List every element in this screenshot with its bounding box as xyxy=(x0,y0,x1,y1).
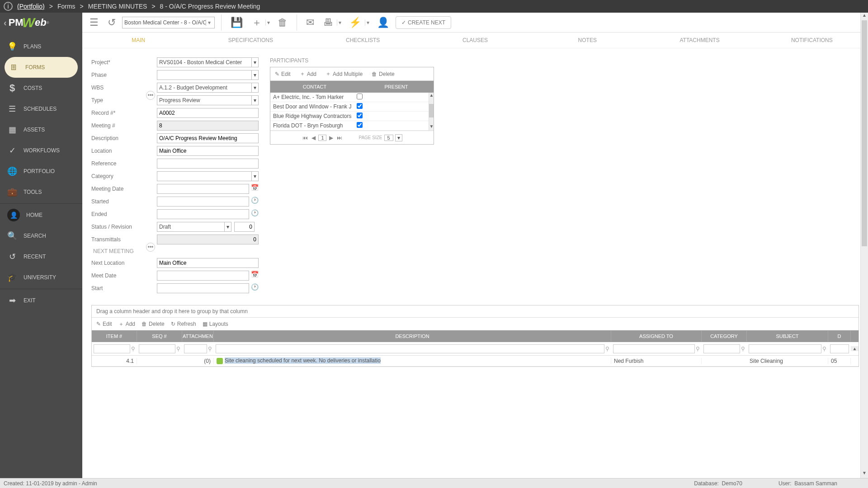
filter-item[interactable] xyxy=(94,344,130,353)
filter-seq[interactable] xyxy=(139,344,175,353)
filter-date[interactable] xyxy=(830,344,849,353)
filter-icon[interactable]: ⚲ xyxy=(176,346,180,352)
tab-notifications[interactable]: NOTIFICATIONS xyxy=(756,33,868,47)
col-attachment[interactable]: ATTACHMEN xyxy=(182,331,214,342)
participants-delete-button[interactable]: 🗑Delete xyxy=(367,71,399,77)
breadcrumb-portfolio[interactable]: (Portfolio) xyxy=(17,3,45,10)
bolt-menu-icon[interactable]: ▾ xyxy=(365,19,371,26)
cell-att[interactable]: (0) xyxy=(182,358,214,364)
chevron-down-icon[interactable]: ▾ xyxy=(251,70,258,80)
chevron-down-icon[interactable]: ▾ xyxy=(251,172,258,181)
participant-row[interactable]: Best Door and Window - Frank J xyxy=(270,102,429,112)
grid-group-hint[interactable]: Drag a column header and drop it here to… xyxy=(92,305,859,318)
col-date[interactable]: D xyxy=(828,331,851,342)
tab-specifications[interactable]: SPECIFICATIONS xyxy=(194,33,307,47)
present-checkbox[interactable] xyxy=(357,103,363,109)
record-input[interactable] xyxy=(157,108,259,118)
participants-add-multiple-button[interactable]: ＋Add Multiple xyxy=(321,70,367,78)
user-icon[interactable]: 👤 xyxy=(374,15,392,30)
col-present[interactable]: PRESENT xyxy=(359,84,434,89)
present-checkbox[interactable] xyxy=(357,122,363,128)
nav-university[interactable]: 🎓UNIVERSITY xyxy=(0,267,82,288)
nav-home[interactable]: 👤HOME xyxy=(0,205,82,225)
breadcrumb-type[interactable]: MEETING MINUTES xyxy=(88,3,147,10)
back-chevron-icon[interactable]: ‹ xyxy=(4,18,7,28)
filter-icon[interactable]: ⚲ xyxy=(605,346,609,352)
pager-last-icon[interactable]: ⏭ xyxy=(336,135,343,141)
category-select[interactable]: ▾ xyxy=(157,171,259,181)
cell-desc[interactable]: Site cleaning scheduled for next week. N… xyxy=(214,357,611,364)
grid-scroll-up-icon[interactable]: ▲ xyxy=(851,346,859,351)
calendar-icon[interactable]: 📅 xyxy=(250,271,259,281)
transmittals-more-button[interactable]: ••• xyxy=(146,243,155,252)
filter-cat[interactable] xyxy=(703,344,740,353)
participant-present[interactable] xyxy=(354,94,429,101)
bolt-icon[interactable]: ⚡ xyxy=(346,15,364,30)
calendar-icon[interactable]: 📅 xyxy=(250,184,259,194)
page-size-dropdown-icon[interactable]: ▾ xyxy=(395,134,402,141)
nav-portfolio[interactable]: 🌐PORTFOLIO xyxy=(0,161,82,182)
tab-notes[interactable]: NOTES xyxy=(531,33,643,47)
nav-forms[interactable]: 🗏FORMS xyxy=(5,57,78,78)
logo[interactable]: ‹ PMWeb® xyxy=(0,13,82,33)
participants-add-button[interactable]: ＋Add xyxy=(295,70,321,78)
tab-main[interactable]: MAIN xyxy=(82,33,194,47)
meeting-date-input[interactable] xyxy=(157,184,249,194)
chevron-down-icon[interactable]: ▾ xyxy=(251,96,258,105)
col-category[interactable]: CATEGORY xyxy=(702,331,747,342)
filter-asg[interactable] xyxy=(613,344,695,353)
add-icon[interactable]: ＋ xyxy=(249,14,264,31)
chevron-down-icon[interactable]: ▾ xyxy=(206,19,212,26)
filter-icon[interactable]: ⚲ xyxy=(696,346,700,352)
filter-icon[interactable]: ⚲ xyxy=(131,346,135,352)
nav-tools[interactable]: 💼TOOLS xyxy=(0,182,82,202)
scroll-thumb[interactable] xyxy=(429,104,434,117)
grid-add-button[interactable]: ＋Add xyxy=(118,320,135,328)
revision-input[interactable] xyxy=(234,222,255,232)
col-item[interactable]: ITEM # xyxy=(92,331,137,342)
grid-delete-button[interactable]: 🗑Delete xyxy=(142,321,165,327)
scroll-down-icon[interactable]: ▼ xyxy=(429,124,434,131)
add-menu-icon[interactable]: ▾ xyxy=(265,19,271,26)
nav-workflows[interactable]: ✓WORKFLOWS xyxy=(0,140,82,161)
start-input[interactable] xyxy=(157,283,249,293)
save-icon[interactable]: 💾 xyxy=(228,15,245,30)
type-select[interactable]: Progress Review▾ xyxy=(157,95,259,105)
ended-input[interactable] xyxy=(157,209,249,219)
scroll-down-icon[interactable]: ▼ xyxy=(861,470,868,478)
filter-icon[interactable]: ⚲ xyxy=(822,346,826,352)
trash-icon[interactable]: 🗑 xyxy=(275,15,290,30)
col-contact[interactable]: CONTACT xyxy=(270,84,359,89)
grid-layouts-button[interactable]: ▦Layouts xyxy=(203,321,228,327)
clock-icon[interactable]: 🕐 xyxy=(250,197,259,206)
nav-costs[interactable]: $COSTS xyxy=(0,78,82,99)
location-input[interactable] xyxy=(157,146,259,156)
project-select[interactable]: RVS0104 - Boston Medical Center▾ xyxy=(157,57,259,67)
nav-assets[interactable]: ▦ASSETS xyxy=(0,119,82,140)
description-input[interactable] xyxy=(157,133,259,143)
participant-present[interactable] xyxy=(354,103,429,110)
participant-present[interactable] xyxy=(354,113,429,120)
grid-refresh-button[interactable]: ↻Refresh xyxy=(171,321,196,327)
filter-subj[interactable] xyxy=(749,344,821,353)
filter-icon[interactable]: ⚲ xyxy=(741,346,745,352)
breadcrumb-forms[interactable]: Forms xyxy=(57,3,75,10)
next-location-input[interactable] xyxy=(157,258,259,268)
scroll-up-icon[interactable]: ▲ xyxy=(429,93,434,99)
started-input[interactable] xyxy=(157,197,249,206)
participant-present[interactable] xyxy=(354,122,429,129)
phase-select[interactable]: ▾ xyxy=(157,70,259,80)
chevron-down-icon[interactable]: ▾ xyxy=(251,58,258,67)
participants-edit-button[interactable]: ✎Edit xyxy=(270,71,295,77)
col-seq[interactable]: SEQ # xyxy=(137,331,182,342)
nav-schedules[interactable]: ☰SCHEDULES xyxy=(0,99,82,119)
print-icon[interactable]: 🖶 xyxy=(321,15,336,30)
present-checkbox[interactable] xyxy=(357,113,363,118)
nav-recent[interactable]: ↺RECENT xyxy=(0,246,82,267)
filter-desc[interactable] xyxy=(216,344,604,353)
status-select[interactable]: Draft▾ xyxy=(157,222,231,232)
print-menu-icon[interactable]: ▾ xyxy=(337,19,343,26)
list-icon[interactable]: ☰ xyxy=(87,15,101,30)
col-assigned[interactable]: ASSIGNED TO xyxy=(611,331,702,342)
participant-row[interactable]: A+ Electric, Inc. - Tom Harker xyxy=(270,93,429,102)
